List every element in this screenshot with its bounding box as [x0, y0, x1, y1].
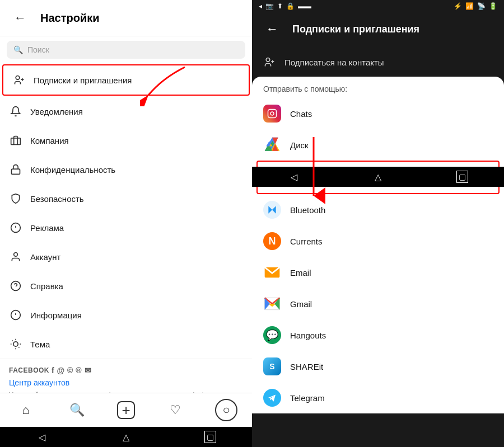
- email-label: Email: [290, 268, 311, 277]
- share-item-email[interactable]: Email: [252, 257, 504, 288]
- share-item-bluetooth[interactable]: Bluetooth: [252, 194, 504, 225]
- wifi-icon: 📡: [477, 2, 486, 10]
- settings-list: Подписки и приглашения Уведомления Компа…: [0, 63, 252, 393]
- search-placeholder: Поиск: [27, 45, 49, 54]
- android-home-left[interactable]: △: [120, 431, 132, 443]
- share-dialog: Отправить с помощью: Chats: [252, 77, 504, 413]
- left-panel: ← Настройки 🔍 Поиск Подписки и приглашен…: [0, 0, 252, 447]
- subscriptions-label: Подписки и приглашения: [34, 76, 132, 85]
- android-recents-right[interactable]: ▢: [456, 171, 468, 182]
- settings-item-account[interactable]: Аккаунт: [0, 242, 252, 271]
- back-button[interactable]: ←: [9, 7, 31, 29]
- search-bar[interactable]: 🔍 Поиск: [7, 41, 245, 59]
- help-label: Справка: [30, 281, 63, 291]
- right-header: ← Подписки и приглашения: [252, 12, 504, 46]
- svg-point-0: [16, 76, 20, 80]
- android-recents-left[interactable]: ▢: [204, 431, 216, 443]
- help-icon: [9, 279, 22, 293]
- right-header-title: Подписки и приглашения: [292, 23, 419, 35]
- account-label: Аккаунт: [30, 252, 60, 262]
- settings-item-privacy[interactable]: Конфиденциальность: [0, 155, 252, 184]
- hangouts-label: Hangouts: [290, 331, 326, 340]
- company-label: Компания: [30, 136, 69, 145]
- company-icon: [9, 134, 22, 147]
- notifications-label: Уведомления: [30, 107, 83, 116]
- theme-label: Тема: [30, 340, 50, 349]
- share-item-telegram[interactable]: Telegram: [252, 382, 504, 413]
- svg-point-6: [14, 253, 18, 257]
- signal-icon: 📶: [465, 2, 474, 10]
- drive-icon: [263, 136, 281, 154]
- android-home-right[interactable]: △: [372, 171, 384, 182]
- status-right: ⚡ 📶 📡 🔋: [454, 2, 497, 10]
- left-header: ← Настройки: [0, 0, 252, 36]
- status-left: ◂ 📷 ⬆ 🔒 ▬▬: [259, 2, 311, 10]
- facebook-social-icons: f @ © ® ✉: [52, 366, 91, 375]
- info-label: Информация: [30, 310, 82, 320]
- security-label: Безопасность: [30, 194, 84, 204]
- facebook-section: FACEBOOK f @ © ® ✉ Центр аккаунтов Управ…: [0, 359, 252, 393]
- settings-title: Настройки: [40, 12, 100, 25]
- privacy-label: Конфиденциальность: [30, 165, 115, 175]
- share-item-drive[interactable]: Диск: [252, 129, 504, 161]
- android-nav-left: ◁ △ ▢: [0, 427, 252, 447]
- android-back-left[interactable]: ◁: [36, 431, 48, 443]
- battery-full: 🔋: [489, 2, 497, 10]
- facebook-label: FACEBOOK f @ © ® ✉: [9, 366, 243, 375]
- svg-line-15: [12, 341, 13, 341]
- search-icon: 🔍: [13, 45, 23, 54]
- shareit-icon: S: [263, 357, 281, 375]
- android-nav-right: ◁ △ ▢: [252, 167, 504, 187]
- status-arrow: ◂: [259, 2, 262, 10]
- svg-point-12: [13, 342, 18, 346]
- status-bar: ◂ 📷 ⬆ 🔒 ▬▬ ⚡ 📶 📡 🔋: [252, 0, 504, 12]
- settings-item-ads[interactable]: Реклама: [0, 213, 252, 242]
- nav-search[interactable]: 🔍: [66, 399, 88, 421]
- ad-icon: [9, 221, 22, 234]
- adduser-right-icon: [263, 56, 276, 68]
- bluetooth-icon: [263, 201, 281, 219]
- telegram-icon: [263, 389, 281, 407]
- bell-icon: [9, 105, 22, 118]
- settings-item-notifications[interactable]: Уведомления: [0, 97, 252, 126]
- currents-icon: N: [263, 232, 281, 250]
- svg-rect-1: [11, 138, 21, 145]
- theme-icon: [9, 337, 22, 351]
- settings-item-company[interactable]: Компания: [0, 126, 252, 155]
- share-item-currents[interactable]: N Currents: [252, 225, 504, 257]
- info-icon: [9, 308, 22, 322]
- user-icon: [9, 250, 22, 264]
- settings-item-help[interactable]: Справка: [0, 271, 252, 300]
- svg-point-19: [266, 58, 270, 62]
- status-upload: ⬆: [277, 2, 283, 10]
- svg-rect-2: [12, 169, 20, 174]
- status-bar-icon: ▬▬: [298, 2, 311, 10]
- shareit-label: SHAREit: [290, 362, 323, 371]
- status-lock: 🔒: [286, 2, 295, 10]
- ads-label: Реклама: [30, 223, 64, 233]
- nav-heart[interactable]: ♡: [164, 399, 186, 421]
- chats-label: Chats: [290, 109, 312, 119]
- telegram-label: Telegram: [290, 393, 325, 403]
- status-camera: 📷: [265, 2, 274, 10]
- lock-icon: [9, 163, 22, 176]
- share-item-chats[interactable]: Chats: [252, 98, 504, 129]
- shield-icon: [9, 192, 22, 205]
- nav-add[interactable]: +: [117, 401, 135, 419]
- share-item-shareit[interactable]: S SHAREit: [252, 351, 504, 382]
- settings-item-security[interactable]: Безопасность: [0, 184, 252, 213]
- subscribe-contacts-label: Подписаться на контакты: [284, 58, 384, 67]
- right-panel: ◂ 📷 ⬆ 🔒 ▬▬ ⚡ 📶 📡 🔋 ← Подписки и приглаше…: [252, 0, 504, 447]
- settings-item-info[interactable]: Информация: [0, 300, 252, 330]
- right-back-button[interactable]: ←: [261, 18, 283, 40]
- settings-item-subscriptions[interactable]: Подписки и приглашения: [2, 64, 250, 96]
- share-item-gmail[interactable]: Gmail: [252, 288, 504, 319]
- nav-home[interactable]: ⌂: [15, 399, 37, 421]
- share-item-hangouts[interactable]: 💬 Hangouts: [252, 319, 504, 351]
- center-accounts-link[interactable]: Центр аккаунтов: [9, 378, 243, 387]
- right-item-subscribe-contacts[interactable]: Подписаться на контакты: [252, 48, 504, 76]
- battery-icon: ⚡: [454, 2, 462, 10]
- currents-label: Currents: [290, 237, 323, 246]
- settings-item-theme[interactable]: Тема: [0, 330, 252, 359]
- nav-profile[interactable]: ○: [215, 399, 237, 421]
